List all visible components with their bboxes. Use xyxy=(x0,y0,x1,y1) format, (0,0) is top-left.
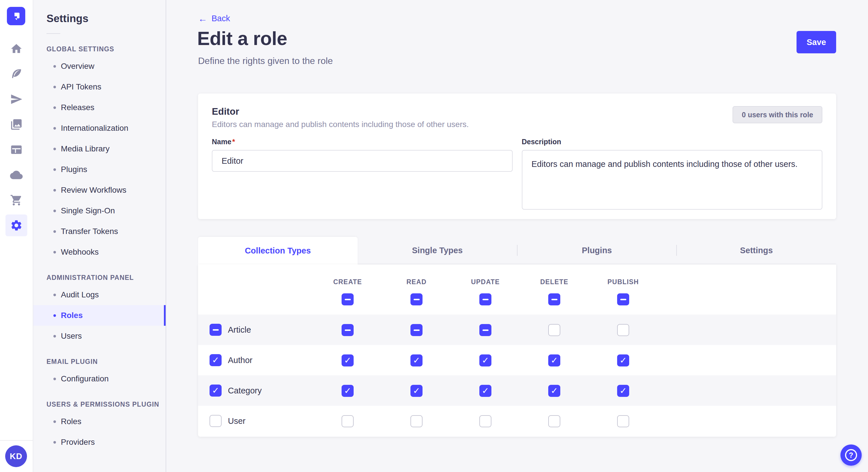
page-subtitle: Define the rights given to the role xyxy=(198,56,333,66)
cell-checkbox-wrapper xyxy=(617,355,629,367)
sidebar-item-overview[interactable]: Overview xyxy=(33,56,166,76)
media-library-icon[interactable] xyxy=(5,113,27,135)
sidebar-item-roles[interactable]: Roles xyxy=(33,305,166,326)
sidebar-item-review-workflows[interactable]: Review Workflows xyxy=(33,180,166,200)
strapi-logo-glyph xyxy=(11,11,22,22)
category-delete-checkbox[interactable] xyxy=(548,385,560,397)
back-link[interactable]: ← Back xyxy=(198,14,230,23)
cell-checkbox-wrapper xyxy=(548,385,560,397)
tab-plugins[interactable]: Plugins xyxy=(517,237,677,264)
sidebar-item-media-library[interactable]: Media Library xyxy=(33,138,166,159)
main-content: ← Back Edit a role Define the rights giv… xyxy=(167,0,868,472)
sidebar-item-transfer-tokens[interactable]: Transfer Tokens xyxy=(33,221,166,242)
row-checkbox-article[interactable] xyxy=(210,324,222,336)
article-read-checkbox[interactable] xyxy=(410,324,423,336)
permission-row-user: User xyxy=(198,406,836,436)
user-publish-checkbox[interactable] xyxy=(617,415,629,427)
user-delete-checkbox[interactable] xyxy=(548,415,560,427)
row-checkbox-user[interactable] xyxy=(210,415,222,427)
content-manager-icon[interactable] xyxy=(5,139,27,161)
sidebar-section: ADMINISTRATION PANELAudit LogsRolesUsers xyxy=(33,274,166,346)
bullet-icon xyxy=(53,335,56,338)
author-read-checkbox[interactable] xyxy=(410,355,423,367)
cloud-icon[interactable] xyxy=(5,164,27,186)
send-icon[interactable] xyxy=(5,88,27,110)
cell-checkbox-wrapper xyxy=(479,385,491,397)
author-delete-checkbox[interactable] xyxy=(548,355,560,367)
select-all-read-checkbox[interactable] xyxy=(410,293,423,305)
tab-single-types[interactable]: Single Types xyxy=(358,237,517,264)
sidebar-item-single-sign-on[interactable]: Single Sign-On xyxy=(33,200,166,221)
home-icon[interactable] xyxy=(5,38,27,60)
row-checkbox-category[interactable] xyxy=(210,384,222,397)
select-all-delete-checkbox[interactable] xyxy=(548,293,560,305)
sidebar-item-label: Transfer Tokens xyxy=(61,227,118,236)
column-header-update: UPDATE xyxy=(471,278,500,286)
article-update-checkbox[interactable] xyxy=(479,324,491,336)
cell-checkbox-wrapper xyxy=(479,324,491,336)
category-create-checkbox[interactable] xyxy=(342,385,353,397)
settings-gear-icon[interactable] xyxy=(5,214,27,236)
cell-checkbox-wrapper xyxy=(342,324,353,336)
sidebar-item-configuration[interactable]: Configuration xyxy=(33,369,166,389)
cell-checkbox-wrapper xyxy=(617,415,629,427)
category-read-checkbox[interactable] xyxy=(410,385,423,397)
sidebar-item-internationalization[interactable]: Internationalization xyxy=(33,118,166,138)
article-publish-checkbox[interactable] xyxy=(617,324,629,336)
category-update-checkbox[interactable] xyxy=(479,385,491,397)
sidebar-item-roles[interactable]: Roles xyxy=(33,411,166,432)
user-read-checkbox[interactable] xyxy=(410,415,423,427)
bullet-icon xyxy=(53,189,56,192)
sidebar-sections: GLOBAL SETTINGSOverviewAPI TokensRelease… xyxy=(33,45,166,452)
sidebar-item-label: Providers xyxy=(61,438,95,447)
sidebar-item-plugins[interactable]: Plugins xyxy=(33,159,166,180)
row-label: Author xyxy=(228,356,252,365)
nav-rail: KD xyxy=(0,0,33,472)
select-all-create-checkbox[interactable] xyxy=(342,293,353,305)
bullet-icon xyxy=(53,148,56,150)
tab-collection-types[interactable]: Collection Types xyxy=(198,237,358,264)
author-publish-checkbox[interactable] xyxy=(617,355,629,367)
description-input[interactable] xyxy=(522,150,823,210)
article-delete-checkbox[interactable] xyxy=(548,324,560,336)
bullet-icon xyxy=(53,294,56,296)
name-input[interactable] xyxy=(212,150,513,172)
sidebar-item-releases[interactable]: Releases xyxy=(33,97,166,118)
user-create-checkbox[interactable] xyxy=(342,415,353,427)
user-update-checkbox[interactable] xyxy=(479,415,491,427)
sidebar-item-label: Roles xyxy=(61,417,82,426)
category-publish-checkbox[interactable] xyxy=(617,385,629,397)
arrow-left-icon: ← xyxy=(198,14,207,23)
sidebar-item-webhooks[interactable]: Webhooks xyxy=(33,242,166,262)
user-avatar[interactable]: KD xyxy=(5,445,27,467)
sidebar-item-api-tokens[interactable]: API Tokens xyxy=(33,76,166,97)
help-button[interactable]: ? xyxy=(840,444,862,466)
users-count-badge[interactable]: 0 users with this role xyxy=(733,106,823,123)
sidebar-item-audit-logs[interactable]: Audit Logs xyxy=(33,284,166,305)
role-description-subtitle: Editors can manage and publish contents … xyxy=(212,120,469,129)
strapi-logo-icon[interactable] xyxy=(7,7,25,25)
sidebar-item-users[interactable]: Users xyxy=(33,326,166,346)
marketplace-cart-icon[interactable] xyxy=(5,189,27,211)
author-update-checkbox[interactable] xyxy=(479,355,491,367)
save-button[interactable]: Save xyxy=(797,31,836,53)
cell-checkbox-wrapper xyxy=(342,385,353,397)
sidebar-item-label: Users xyxy=(61,332,82,341)
select-all-update-checkbox[interactable] xyxy=(479,293,491,305)
permissions-rows: ArticleAuthorCategoryUser xyxy=(198,314,836,436)
row-checkbox-author[interactable] xyxy=(210,354,222,366)
column-header-delete: DELETE xyxy=(540,278,568,286)
back-label: Back xyxy=(212,14,230,23)
tab-settings[interactable]: Settings xyxy=(677,237,836,264)
sidebar-item-providers[interactable]: Providers xyxy=(33,432,166,452)
select-all-publish-checkbox[interactable] xyxy=(617,293,629,305)
permission-row-author: Author xyxy=(198,345,836,375)
feather-icon[interactable] xyxy=(5,63,27,85)
cell-checkbox-wrapper xyxy=(342,355,353,367)
bullet-icon xyxy=(53,420,56,423)
column-checkbox-wrapper xyxy=(548,293,560,305)
sidebar-title: Settings xyxy=(33,0,166,25)
name-label: Name* xyxy=(212,138,513,146)
article-create-checkbox[interactable] xyxy=(342,324,353,336)
author-create-checkbox[interactable] xyxy=(342,355,353,367)
